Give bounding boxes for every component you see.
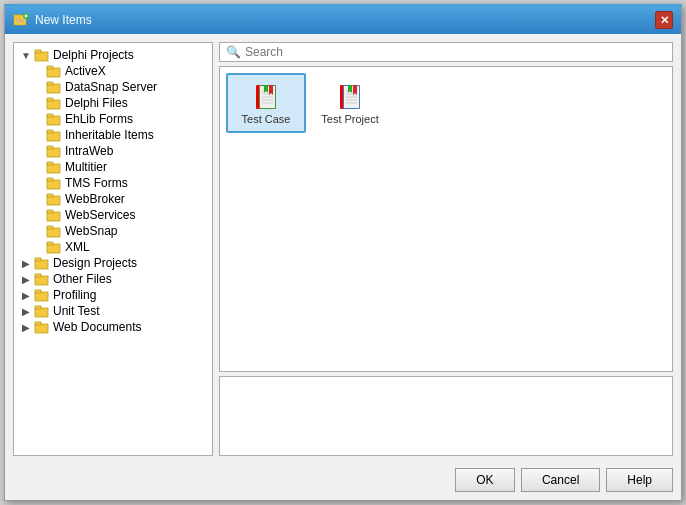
tree-item-label: Delphi Files (65, 96, 128, 110)
title-bar-left: New Items (13, 12, 92, 28)
svg-rect-32 (47, 242, 53, 245)
test-case-icon (250, 81, 282, 113)
folder-icon (46, 176, 62, 190)
tree-item-other-files[interactable]: ▶Other Files (14, 271, 212, 287)
tree-item-inheritable-items[interactable]: Inheritable Items (14, 127, 212, 143)
folder-icon (34, 320, 50, 334)
grid-item-label: Test Project (321, 113, 378, 125)
tree-item-unit-test[interactable]: ▶Unit Test (14, 303, 212, 319)
svg-rect-18 (47, 130, 53, 133)
description-panel (219, 376, 673, 456)
tree-item-label: WebServices (65, 208, 135, 222)
tree-item-label: Unit Test (53, 304, 99, 318)
ok-button[interactable]: OK (455, 468, 515, 492)
tree-item-label: WebSnap (65, 224, 117, 238)
folder-icon (46, 144, 62, 158)
close-button[interactable]: ✕ (655, 11, 673, 29)
svg-rect-19 (47, 148, 60, 157)
tree-item-datasnap-server[interactable]: DataSnap Server (14, 79, 212, 95)
folder-icon (34, 272, 50, 286)
items-grid: Test CaseTest Project (219, 66, 673, 372)
svg-rect-12 (47, 82, 53, 85)
tree-item-label: Other Files (53, 272, 112, 286)
folder-icon (34, 48, 50, 62)
tree-item-tms-forms[interactable]: TMS Forms (14, 175, 212, 191)
tree-expander: ▶ (18, 258, 34, 269)
tree-expander: ▼ (18, 50, 34, 61)
svg-rect-8 (35, 50, 41, 53)
svg-rect-25 (47, 196, 60, 205)
svg-rect-17 (47, 132, 60, 141)
svg-rect-21 (47, 164, 60, 173)
svg-rect-27 (47, 212, 60, 221)
title-bar: New Items ✕ (5, 6, 681, 34)
folder-icon (46, 240, 62, 254)
svg-rect-36 (35, 274, 41, 277)
tree-panel[interactable]: ▼Delphi ProjectsActiveXDataSnap ServerDe… (13, 42, 213, 456)
dialog: New Items ✕ ▼Delphi ProjectsActiveXDataS… (4, 4, 682, 501)
tree-item-ehlib-forms[interactable]: EhLib Forms (14, 111, 212, 127)
tree-item-web-documents[interactable]: ▶Web Documents (14, 319, 212, 335)
tree-item-webbroker[interactable]: WebBroker (14, 191, 212, 207)
tree-item-label: Inheritable Items (65, 128, 154, 142)
tree-item-websnap[interactable]: WebSnap (14, 223, 212, 239)
tree-item-xml[interactable]: XML (14, 239, 212, 255)
search-bar: 🔍 (219, 42, 673, 62)
folder-icon (46, 208, 62, 222)
main-content: ▼Delphi ProjectsActiveXDataSnap ServerDe… (13, 42, 673, 456)
tree-expander: ▶ (18, 290, 34, 301)
svg-rect-37 (35, 292, 48, 301)
test-project-icon (334, 81, 366, 113)
tree-item-label: IntraWeb (65, 144, 113, 158)
svg-rect-16 (47, 114, 53, 117)
svg-rect-14 (47, 98, 53, 101)
folder-icon (46, 128, 62, 142)
svg-rect-24 (47, 178, 53, 181)
svg-rect-26 (47, 194, 53, 197)
svg-rect-29 (47, 228, 60, 237)
tree-expander: ▶ (18, 274, 34, 285)
folder-icon (34, 256, 50, 270)
search-input[interactable] (245, 45, 666, 59)
tree-item-label: WebBroker (65, 192, 125, 206)
tree-item-label: EhLib Forms (65, 112, 133, 126)
tree-item-label: Profiling (53, 288, 96, 302)
tree-expander: ▶ (18, 306, 34, 317)
folder-icon (46, 80, 62, 94)
tree-item-intraweb[interactable]: IntraWeb (14, 143, 212, 159)
right-panel: 🔍 Test CaseTest Project (219, 42, 673, 456)
svg-rect-22 (47, 162, 53, 165)
svg-rect-23 (47, 180, 60, 189)
tree-item-design-projects[interactable]: ▶Design Projects (14, 255, 212, 271)
grid-item-test-project[interactable]: Test Project (310, 73, 390, 133)
svg-rect-1 (14, 15, 20, 18)
grid-item-label: Test Case (242, 113, 291, 125)
tree-item-delphi-files[interactable]: Delphi Files (14, 95, 212, 111)
svg-rect-20 (47, 146, 53, 149)
tree-item-label: Web Documents (53, 320, 141, 334)
folder-icon (34, 288, 50, 302)
dialog-title: New Items (35, 13, 92, 27)
cancel-button[interactable]: Cancel (521, 468, 600, 492)
svg-rect-33 (35, 260, 48, 269)
button-row: OK Cancel Help (13, 464, 673, 492)
help-button[interactable]: Help (606, 468, 673, 492)
dialog-body: ▼Delphi ProjectsActiveXDataSnap ServerDe… (5, 34, 681, 500)
tree-item-activex[interactable]: ActiveX (14, 63, 212, 79)
tree-item-label: TMS Forms (65, 176, 128, 190)
tree-item-delphi-projects[interactable]: ▼Delphi Projects (14, 47, 212, 63)
tree-item-multitier[interactable]: Multitier (14, 159, 212, 175)
tree-item-profiling[interactable]: ▶Profiling (14, 287, 212, 303)
svg-rect-38 (35, 290, 41, 293)
tree-item-webservices[interactable]: WebServices (14, 207, 212, 223)
tree-expander: ▶ (18, 322, 34, 333)
svg-rect-31 (47, 244, 60, 253)
svg-rect-40 (35, 306, 41, 309)
folder-icon (46, 160, 62, 174)
svg-rect-34 (35, 258, 41, 261)
grid-item-test-case[interactable]: Test Case (226, 73, 306, 133)
tree-item-label: ActiveX (65, 64, 106, 78)
folder-icon (46, 112, 62, 126)
tree-item-label: Multitier (65, 160, 107, 174)
folder-icon (46, 96, 62, 110)
